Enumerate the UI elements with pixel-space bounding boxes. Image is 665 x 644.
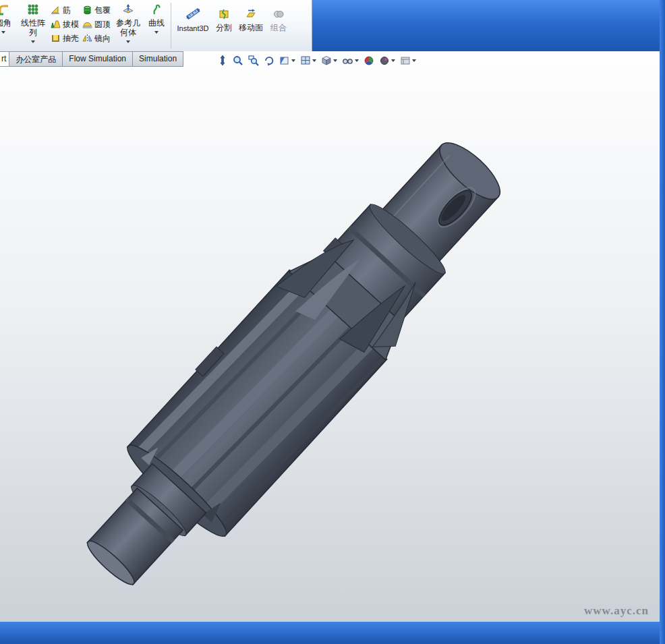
curves-icon bbox=[151, 3, 162, 18]
wrap-label: 包覆 bbox=[94, 5, 111, 16]
fillet-icon bbox=[0, 3, 9, 18]
rib-button[interactable]: 筋 bbox=[50, 4, 79, 16]
scene-caret[interactable] bbox=[391, 59, 395, 62]
split-button[interactable]: 分割 bbox=[212, 0, 235, 52]
wrap-icon bbox=[82, 4, 92, 17]
instant3d-label: Instant3D bbox=[177, 24, 208, 33]
fillet-button[interactable]: 圆角 bbox=[0, 0, 18, 51]
tab-flow-simulation[interactable]: Flow Simulation bbox=[62, 51, 133, 67]
split-label: 分割 bbox=[216, 24, 232, 33]
reference-geometry-label: 参考几何体 bbox=[113, 19, 143, 38]
linear-pattern-label: 线性阵列 bbox=[20, 19, 47, 38]
status-bar bbox=[0, 622, 665, 644]
combine-icon bbox=[272, 8, 285, 22]
combine-label: 组合 bbox=[270, 24, 287, 33]
ribbon-small-column-1: 筋 拔模 抽壳 bbox=[49, 0, 80, 45]
view-settings-caret[interactable] bbox=[412, 59, 416, 62]
draft-icon bbox=[50, 18, 61, 31]
display-style-caret[interactable] bbox=[333, 59, 337, 62]
dome-icon bbox=[82, 18, 92, 31]
mirror-button[interactable]: 镜向 bbox=[82, 32, 111, 45]
shell-label: 抽壳 bbox=[63, 33, 79, 45]
heads-up-view-toolbar bbox=[217, 55, 416, 66]
instant3d-icon bbox=[185, 6, 201, 23]
section-view-icon[interactable] bbox=[279, 55, 295, 66]
combine-button[interactable]: 组合 bbox=[266, 0, 291, 52]
updown-arrow-icon[interactable] bbox=[217, 55, 228, 66]
curves-dropdown-caret[interactable] bbox=[154, 31, 158, 34]
hide-show-items-icon[interactable] bbox=[342, 55, 359, 66]
display-style-icon[interactable] bbox=[321, 55, 337, 66]
tab-part[interactable]: rt bbox=[0, 51, 9, 67]
view-settings-icon[interactable] bbox=[400, 55, 416, 66]
linear-pattern-button[interactable]: 线性阵列 bbox=[18, 0, 49, 51]
move-face-label: 移动面 bbox=[239, 24, 263, 33]
scene-icon[interactable] bbox=[379, 55, 395, 66]
hide-show-items-caret[interactable] bbox=[355, 59, 359, 62]
tab-simulation[interactable]: Simulation bbox=[132, 51, 183, 67]
rib-label: 筋 bbox=[63, 5, 71, 16]
gear-shaft-model[interactable] bbox=[0, 51, 660, 622]
reference-geometry-icon bbox=[121, 3, 135, 18]
document-tabstrip: rt 办公室产品 Flow Simulation Simulation bbox=[0, 51, 183, 66]
shell-button[interactable]: 抽壳 bbox=[50, 32, 79, 45]
reference-geometry-dropdown-caret[interactable] bbox=[126, 40, 130, 43]
watermark: www.ayc.cn bbox=[584, 604, 649, 618]
window-right-frame bbox=[660, 0, 665, 644]
dome-button[interactable]: 圆顶 bbox=[82, 18, 111, 30]
fillet-dropdown-caret[interactable] bbox=[1, 31, 5, 34]
instant3d-button[interactable]: Instant3D bbox=[173, 0, 212, 52]
fillet-label: 圆角 bbox=[0, 19, 11, 28]
reference-geometry-button[interactable]: 参考几何体 bbox=[112, 0, 144, 51]
curves-label: 曲线 bbox=[148, 19, 165, 28]
features-ribbon: 圆角 线性阵列 筋 拔模 抽壳 bbox=[0, 0, 312, 52]
draft-button[interactable]: 拔模 bbox=[50, 18, 79, 30]
view-orientation-caret[interactable] bbox=[312, 59, 316, 62]
ribbon-small-column-2: 包覆 圆顶 镜向 bbox=[80, 0, 112, 45]
graphics-viewport[interactable]: rt 办公室产品 Flow Simulation Simulation bbox=[0, 51, 660, 622]
view-orientation-icon[interactable] bbox=[300, 55, 316, 66]
linear-pattern-dropdown-caret[interactable] bbox=[31, 40, 35, 43]
draft-label: 拔模 bbox=[63, 19, 79, 30]
zoom-area-icon[interactable] bbox=[248, 55, 259, 66]
rotate-view-icon[interactable] bbox=[264, 55, 274, 66]
linear-pattern-icon bbox=[27, 3, 39, 18]
curves-button[interactable]: 曲线 bbox=[144, 0, 169, 51]
move-face-icon bbox=[245, 8, 257, 22]
wrap-button[interactable]: 包覆 bbox=[82, 4, 111, 16]
zoom-fit-icon[interactable] bbox=[233, 55, 243, 66]
split-icon bbox=[218, 8, 230, 22]
appearance-icon[interactable] bbox=[364, 55, 374, 66]
tab-office-products[interactable]: 办公室产品 bbox=[9, 51, 63, 67]
section-view-caret[interactable] bbox=[291, 59, 295, 62]
shell-icon bbox=[50, 32, 61, 45]
mirror-label: 镜向 bbox=[94, 33, 111, 45]
move-face-button[interactable]: 移动面 bbox=[235, 0, 266, 52]
ribbon-separator bbox=[171, 3, 171, 49]
mirror-icon bbox=[82, 32, 92, 45]
rib-icon bbox=[50, 4, 61, 17]
dome-label: 圆顶 bbox=[94, 19, 111, 30]
